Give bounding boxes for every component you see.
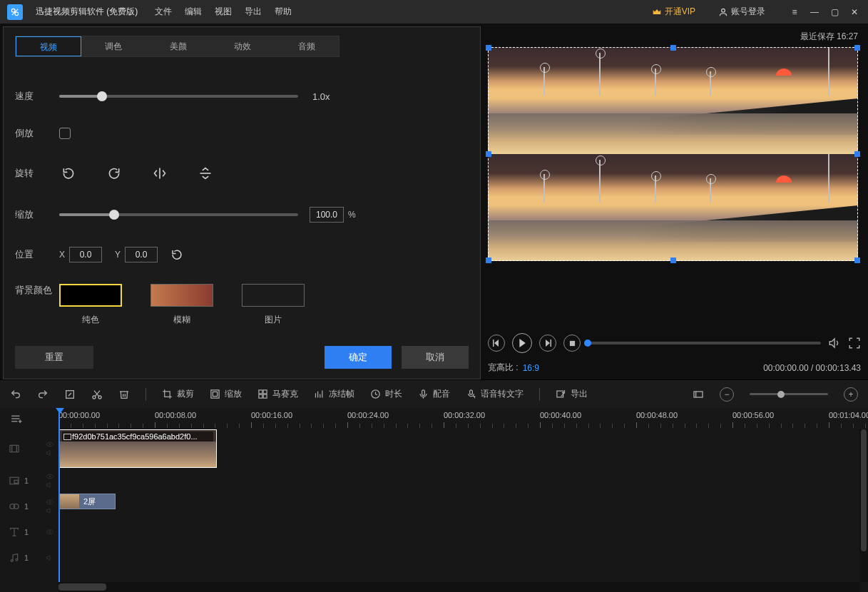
audio-track[interactable] <box>58 545 868 571</box>
scale-input[interactable] <box>310 207 344 223</box>
window-close-icon[interactable]: ✕ <box>848 7 861 17</box>
aspect-value[interactable]: 16:9 <box>523 363 539 373</box>
position-reset-icon[interactable] <box>170 248 183 261</box>
svg-marker-6 <box>494 340 499 347</box>
ok-button[interactable]: 确定 <box>325 346 392 369</box>
svg-rect-21 <box>263 390 267 394</box>
preview-canvas[interactable] <box>488 47 858 261</box>
tab-fx[interactable]: 动效 <box>210 36 275 56</box>
position-x-input[interactable] <box>69 247 102 262</box>
delete-tool-icon[interactable] <box>118 389 130 400</box>
playhead[interactable] <box>58 409 60 582</box>
effect-track[interactable]: 2屏 <box>58 494 868 519</box>
svg-rect-34 <box>694 392 703 397</box>
tab-color[interactable]: 调色 <box>81 36 145 56</box>
window-menu-icon[interactable]: ≡ <box>788 7 801 17</box>
svg-point-57 <box>11 560 13 562</box>
video-track[interactable]: f92d0b751ac35cf9ca596a6abd2f0... <box>58 429 868 468</box>
fullscreen-icon[interactable] <box>848 337 861 349</box>
app-title: 迅捷视频剪辑软件 (免费版) <box>36 6 138 18</box>
bg-image-swatch[interactable] <box>242 284 305 307</box>
last-save: 最近保存 16:27 <box>485 28 861 47</box>
next-frame-button[interactable] <box>539 335 556 352</box>
title-bar: 迅捷视频剪辑软件 (免费版) 文件 编辑 视图 导出 帮助 开通VIP 账号登录… <box>0 0 868 24</box>
rotate-cw-icon[interactable] <box>105 164 123 183</box>
zoom-in-button[interactable]: + <box>844 387 858 402</box>
svg-point-44 <box>49 444 51 445</box>
pip-track-header[interactable]: 1 <box>0 468 58 494</box>
cancel-button[interactable]: 取消 <box>402 346 469 369</box>
window-maximize-icon[interactable]: ▢ <box>828 7 841 17</box>
effect-track-header[interactable]: 1 <box>0 494 58 519</box>
svg-line-16 <box>95 390 100 396</box>
progress-slider[interactable] <box>588 342 821 345</box>
tab-video[interactable]: 视频 <box>16 36 81 56</box>
tab-audio[interactable]: 音频 <box>275 36 339 56</box>
zoom-tool[interactable]: 缩放 <box>210 388 242 400</box>
svg-point-1 <box>15 12 19 16</box>
bg-blur-option[interactable]: 模糊 <box>150 284 213 326</box>
reset-button[interactable]: 重置 <box>15 346 93 369</box>
menu-edit[interactable]: 编辑 <box>185 6 202 18</box>
timeline-vertical-scrollbar[interactable] <box>859 429 868 582</box>
bg-image-option[interactable]: 图片 <box>242 284 305 326</box>
rotate-ccw-icon[interactable] <box>59 164 78 183</box>
mosaic-tool[interactable]: 马赛克 <box>257 388 298 400</box>
vip-button[interactable]: 开通VIP <box>652 6 695 18</box>
menu-export[interactable]: 导出 <box>245 6 262 18</box>
timeline-horizontal-scrollbar[interactable] <box>58 582 859 592</box>
timeline-ruler[interactable]: 00:00:00.0000:00:08.0000:00:16.0000:00:2… <box>58 408 868 429</box>
window-minimize-icon[interactable]: — <box>808 7 821 17</box>
menu-help[interactable]: 帮助 <box>275 6 292 18</box>
cut-tool-icon[interactable] <box>91 389 103 400</box>
tab-beauty[interactable]: 美颜 <box>145 36 210 56</box>
timeline-track-headers: 1 1 1 1 <box>0 408 58 582</box>
edit-tool-icon[interactable] <box>64 389 76 400</box>
freeze-tool[interactable]: 冻结帧 <box>314 388 354 400</box>
video-clip[interactable]: f92d0b751ac35cf9ca596a6abd2f0... <box>58 429 217 468</box>
flip-horizontal-icon[interactable] <box>150 164 169 183</box>
timeline: 1 1 1 1 00:00:00.0000:00:08.0000:00:16.0… <box>0 408 868 592</box>
timeline-zoom-slider[interactable] <box>750 393 828 395</box>
svg-point-48 <box>49 476 51 477</box>
menu-file[interactable]: 文件 <box>155 6 172 18</box>
selection-box[interactable] <box>488 47 858 261</box>
svg-rect-22 <box>259 394 262 398</box>
redo-button[interactable] <box>37 389 48 400</box>
export-tool[interactable]: 导出 <box>556 388 588 400</box>
play-button[interactable] <box>512 333 532 353</box>
reverse-checkbox[interactable] <box>59 128 71 139</box>
duration-tool[interactable]: 时长 <box>370 388 402 400</box>
app-logo-icon <box>7 4 23 20</box>
effect-clip[interactable]: 2屏 <box>58 494 116 509</box>
video-track-header[interactable] <box>0 429 58 468</box>
zoom-out-button[interactable]: − <box>720 387 734 402</box>
add-track-button[interactable] <box>0 408 58 429</box>
crop-tool[interactable]: 裁剪 <box>162 388 194 400</box>
bg-solid-swatch[interactable] <box>59 284 122 307</box>
undo-button[interactable] <box>10 389 21 400</box>
speed-slider[interactable] <box>59 95 298 98</box>
menu-view[interactable]: 视图 <box>215 6 232 18</box>
volume-icon[interactable] <box>828 337 841 349</box>
dub-tool[interactable]: 配音 <box>418 388 450 400</box>
position-y-input[interactable] <box>125 247 158 262</box>
stop-button[interactable] <box>563 335 581 352</box>
pip-track[interactable] <box>58 468 868 494</box>
bg-solid-option[interactable]: 纯色 <box>59 284 122 326</box>
login-button[interactable]: 账号登录 <box>718 6 765 18</box>
fit-tool-icon[interactable] <box>693 389 704 400</box>
window-controls: ≡ — ▢ ✕ <box>788 7 861 17</box>
bg-blur-swatch[interactable] <box>150 284 213 307</box>
text-track-header[interactable]: 1 <box>0 519 58 545</box>
svg-rect-23 <box>263 394 267 398</box>
text-track[interactable] <box>58 519 868 545</box>
audio-track-header[interactable]: 1 <box>0 545 58 571</box>
stt-tool[interactable]: 语音转文字 <box>466 388 524 400</box>
svg-rect-7 <box>493 340 494 347</box>
timeline-body[interactable]: 00:00:00.0000:00:08.0000:00:16.0000:00:2… <box>58 408 868 582</box>
prev-frame-button[interactable] <box>488 335 505 352</box>
svg-rect-47 <box>14 480 18 483</box>
flip-vertical-icon[interactable] <box>196 164 215 183</box>
scale-slider[interactable] <box>59 213 298 216</box>
